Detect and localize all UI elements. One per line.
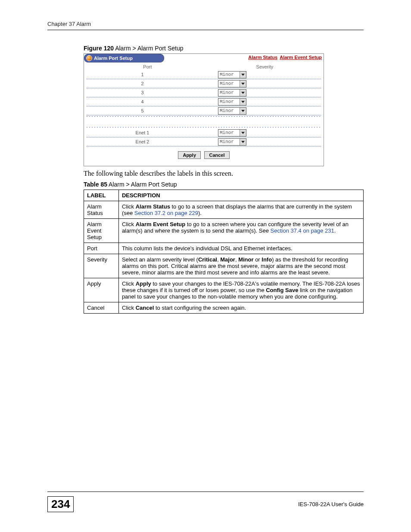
col-port: Port <box>87 64 209 69</box>
figure-column-headers: Port Severity <box>87 62 321 70</box>
label-cell: Alarm Event Setup <box>84 219 119 243</box>
bullet-icon <box>86 55 92 61</box>
chevron-down-icon[interactable] <box>240 99 246 105</box>
page-footer: 234 IES-708-22A User's Guide <box>47 492 364 512</box>
th-description: DESCRIPTION <box>118 190 363 201</box>
table-row: 2 Minor <box>87 79 321 88</box>
chevron-down-icon[interactable] <box>240 90 246 96</box>
severity-select[interactable]: Minor <box>218 138 246 146</box>
port-cell: Enet 1 <box>87 130 198 135</box>
chevron-down-icon[interactable] <box>240 108 246 114</box>
intro-text: The following table describes the labels… <box>84 170 364 177</box>
port-cell: 2 <box>87 81 198 86</box>
chevron-down-icon[interactable] <box>240 130 246 136</box>
table-row: Alarm Status Click Alarm Status to go to… <box>84 201 364 219</box>
desc-cell: Click Cancel to start configuring the sc… <box>118 302 363 314</box>
port-cell: 1 <box>87 72 198 77</box>
label-cell: Port <box>84 243 119 254</box>
desc-cell: This column lists the device's individua… <box>118 243 363 254</box>
figure-caption-number: Figure 120 <box>84 45 114 52</box>
severity-select[interactable]: Minor <box>218 80 246 87</box>
desc-cell: Click Apply to save your changes to the … <box>118 278 363 302</box>
guide-title: IES-708-22A User's Guide <box>298 501 364 507</box>
label-cell: Alarm Status <box>84 201 119 219</box>
port-cell: 4 <box>87 99 198 104</box>
table-row: 5 Minor <box>87 106 321 115</box>
severity-select[interactable]: Minor <box>218 98 246 106</box>
table-row: Enet 1 Minor <box>87 128 321 137</box>
xref-link[interactable]: Section 37.2 on page 229 <box>134 210 198 216</box>
xref-link[interactable]: Section 37.4 on page 231 <box>271 227 334 234</box>
port-cell: 5 <box>87 108 198 113</box>
severity-select[interactable]: Minor <box>218 107 246 115</box>
desc-cell: Click Alarm Status to go to a screen tha… <box>118 201 363 219</box>
torn-separator-icon <box>87 116 321 128</box>
table-row: Alarm Event Setup Click Alarm Event Setu… <box>84 219 364 243</box>
col-severity: Severity <box>209 64 321 69</box>
apply-button[interactable]: Apply <box>178 151 201 159</box>
severity-select[interactable]: Minor <box>218 129 246 137</box>
chevron-down-icon[interactable] <box>240 72 246 78</box>
link-alarm-event-setup[interactable]: Alarm Event Setup <box>280 55 322 60</box>
table-row: Severity Select an alarm severity level … <box>84 254 364 278</box>
desc-cell: Click Alarm Event Setup to go to a scree… <box>118 219 363 243</box>
running-header: Chapter 37 Alarm <box>47 21 364 30</box>
figure-screenshot: Alarm Port Setup Alarm Status Alarm Even… <box>84 53 324 166</box>
panel-links: Alarm Status Alarm Event Setup <box>247 55 322 60</box>
table-row: Apply Click Apply to save your changes t… <box>84 278 364 302</box>
severity-select[interactable]: Minor <box>218 71 246 78</box>
th-label: LABEL <box>84 190 119 201</box>
table-row: 4 Minor <box>87 97 321 106</box>
table-row: Enet 2 Minor <box>87 137 321 146</box>
table-row: Port This column lists the device's indi… <box>84 243 364 254</box>
table-row: 3 Minor <box>87 88 321 97</box>
table-caption-text: Alarm > Alarm Port Setup <box>107 181 177 188</box>
link-alarm-status[interactable]: Alarm Status <box>248 55 277 60</box>
chevron-down-icon[interactable] <box>240 139 246 145</box>
figure-caption: Figure 120 Alarm > Alarm Port Setup <box>84 45 364 52</box>
panel-title: Alarm Port Setup <box>94 56 133 61</box>
label-cell: Apply <box>84 278 119 302</box>
description-table: LABEL DESCRIPTION Alarm Status Click Ala… <box>84 190 364 314</box>
figure-caption-text: Alarm > Alarm Port Setup <box>114 45 183 52</box>
table-caption-number: Table 85 <box>84 181 107 188</box>
port-cell: 3 <box>87 90 198 95</box>
cancel-button[interactable]: Cancel <box>204 151 229 159</box>
label-cell: Severity <box>84 254 119 278</box>
severity-select[interactable]: Minor <box>218 89 246 96</box>
label-cell: Cancel <box>84 302 119 314</box>
table-row: Cancel Click Cancel to start configuring… <box>84 302 364 314</box>
desc-cell: Select an alarm severity level (Critical… <box>118 254 363 278</box>
chevron-down-icon[interactable] <box>240 81 246 87</box>
panel-title-pill: Alarm Port Setup <box>84 54 164 62</box>
port-cell: Enet 2 <box>87 139 198 144</box>
table-caption: Table 85 Alarm > Alarm Port Setup <box>84 181 364 188</box>
page-number: 234 <box>47 496 74 512</box>
table-row: 1 Minor <box>87 70 321 79</box>
